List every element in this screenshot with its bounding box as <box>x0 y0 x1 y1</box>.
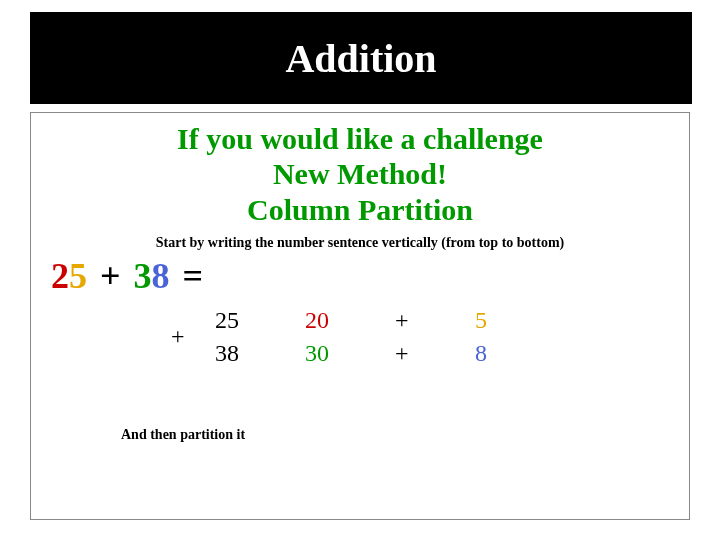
challenge-line-3: Column Partition <box>247 193 473 226</box>
title-bar: Addition <box>30 12 692 104</box>
digit-5: 5 <box>69 256 87 296</box>
slide: Addition If you would like a challenge N… <box>0 0 720 540</box>
row2-num: 38 <box>211 340 301 367</box>
row2-ones: 8 <box>471 340 521 367</box>
challenge-heading: If you would like a challenge New Method… <box>51 121 669 227</box>
equals-sign: = <box>183 256 204 296</box>
digit-8: 8 <box>152 256 170 296</box>
number-sentence: 25 + 38 = <box>51 255 669 297</box>
start-instruction: Start by writing the number sentence ver… <box>51 235 669 251</box>
challenge-line-1: If you would like a challenge <box>177 122 543 155</box>
row1-ones: 5 <box>471 307 521 334</box>
partition-grid: 25 20 + 5 38 30 + 8 <box>211 307 521 367</box>
partition-instruction: And then partition it <box>121 427 669 443</box>
plus-sign: + <box>100 256 121 296</box>
row2-tens: 30 <box>301 340 391 367</box>
content-box: If you would like a challenge New Method… <box>30 112 690 520</box>
digit-3: 3 <box>134 256 152 296</box>
vertical-plus: + <box>171 307 211 350</box>
row1-tens: 20 <box>301 307 391 334</box>
row2-plus: + <box>391 340 471 367</box>
digit-2: 2 <box>51 256 69 296</box>
row1-plus: + <box>391 307 471 334</box>
challenge-line-2: New Method! <box>273 157 447 190</box>
slide-title: Addition <box>285 35 436 82</box>
vertical-work: + 25 20 + 5 38 30 + 8 <box>171 307 669 367</box>
row1-num: 25 <box>211 307 301 334</box>
